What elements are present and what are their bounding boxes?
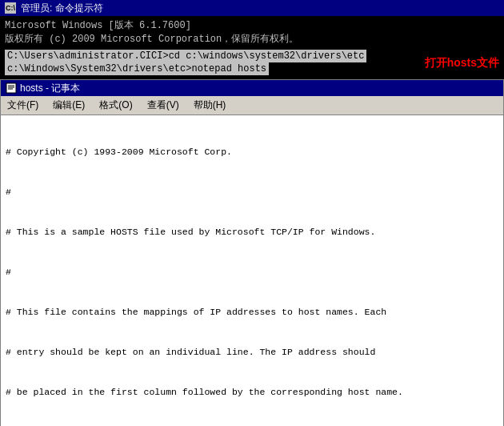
menu-help[interactable]: 帮助(H) <box>190 98 230 113</box>
notepad-title-text: hosts - 记事本 <box>20 82 80 95</box>
cmd-line-version: Microsoft Windows [版本 6.1.7600] <box>5 19 499 33</box>
svg-rect-0 <box>6 83 16 93</box>
content-line-6: # be placed in the first column followed… <box>6 386 498 400</box>
cmd-window: C:\ 管理员: 命令提示符 Microsoft Windows [版本 6.1… <box>0 0 504 79</box>
menu-file[interactable]: 文件(F) <box>4 98 42 113</box>
cmd-highlight-section: C:\Users\administrator.CICI>cd c:\window… <box>5 50 499 77</box>
menu-format[interactable]: 格式(O) <box>96 98 135 113</box>
notepad-icon <box>6 82 17 94</box>
content-line-5: # entry should be kept on an individual … <box>6 346 498 360</box>
cmd-icon: C:\ <box>5 2 16 14</box>
notepad-window: hosts - 记事本 文件(F) 编辑(E) 格式(O) 查看(V) 帮助(H… <box>0 79 504 426</box>
cmd-line-cd: C:\Users\administrator.CICI>cd c:\window… <box>5 50 366 62</box>
content-line-1: # <box>6 186 498 199</box>
cmd-content: Microsoft Windows [版本 6.1.7600] 版权所有 (c)… <box>0 16 504 79</box>
menu-edit[interactable]: 编辑(E) <box>50 98 88 113</box>
notepad-menu[interactable]: 文件(F) 编辑(E) 格式(O) 查看(V) 帮助(H) <box>1 96 503 115</box>
notepad-title-bar: hosts - 记事本 <box>1 80 503 96</box>
cmd-title-bar: C:\ 管理员: 命令提示符 <box>0 0 504 16</box>
cmd-annotation: 打开hosts文件 <box>425 55 499 71</box>
cmd-line-copyright: 版权所有 (c) 2009 Microsoft Corporation，保留所有… <box>5 33 499 46</box>
content-line-2: # This is a sample HOSTS file used by Mi… <box>6 226 498 239</box>
cmd-title-text: 管理员: 命令提示符 <box>21 2 103 15</box>
menu-view[interactable]: 查看(V) <box>144 98 182 113</box>
cmd-line-notepad: c:\Windows\System32\drivers\etc>notepad … <box>5 62 269 75</box>
content-line-4: # This file contains the mappings of IP … <box>6 306 498 320</box>
content-line-0: # Copyright (c) 1993-2009 Microsoft Corp… <box>6 146 498 159</box>
content-line-3: # <box>6 266 498 279</box>
notepad-content: # Copyright (c) 1993-2009 Microsoft Corp… <box>1 115 503 426</box>
